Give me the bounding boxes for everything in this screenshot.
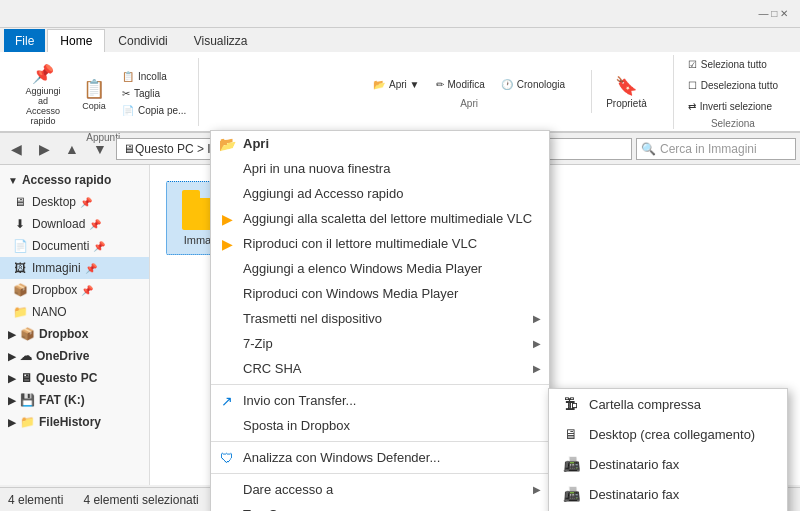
sidebar-section-onedrive[interactable]: ▶ ☁ OneDrive <box>0 345 149 367</box>
pin-icon: 📌 <box>31 62 55 86</box>
paste-cut-group: 📋Incolla ✂Taglia 📄Copia pe... <box>118 69 190 118</box>
context-menu: 📂 Apri Apri in una nuova finestra Aggiun… <box>210 130 550 511</box>
btn-copia-percorso[interactable]: 📄Copia pe... <box>118 103 190 118</box>
btn-copia[interactable]: 📋 Copia <box>74 73 114 115</box>
tab-condividi[interactable]: Condividi <box>105 29 180 52</box>
sidebar-section-questo-pc[interactable]: ▶ 🖥 Questo PC <box>0 367 149 389</box>
open-ctx-icon: 📂 <box>217 134 237 154</box>
tab-visualizza[interactable]: Visualizza <box>181 29 261 52</box>
sidebar-label: Immagini <box>32 261 81 275</box>
ribbon-apri-row: 📂Apri ▼ ✏Modifica 🕐Cronologia <box>367 75 571 94</box>
sidebar-section-fat[interactable]: ▶ 💾 FAT (K:) <box>0 389 149 411</box>
btn-apri-ribbon[interactable]: 📂Apri ▼ <box>367 75 425 94</box>
up-button[interactable]: ▲ <box>60 137 84 161</box>
recent-button[interactable]: ▼ <box>88 137 112 161</box>
ctx-vlc-riproduci[interactable]: ▶ Riproduci con il lettore multimediale … <box>211 231 549 256</box>
ctx-7zip[interactable]: 7-Zip <box>211 331 549 356</box>
btn-modifica[interactable]: ✏Modifica <box>430 75 491 94</box>
sidebar-item-immagini[interactable]: 🖼 Immagini 📌 <box>0 257 149 279</box>
shield-icon: 🛡 <box>217 448 237 468</box>
btn-cronologia[interactable]: 🕐Cronologia <box>495 75 571 94</box>
pin-icon: 📌 <box>80 197 92 208</box>
edit-icon: ✏ <box>436 79 444 90</box>
back-button[interactable]: ◀ <box>4 137 28 161</box>
sidebar-item-nano[interactable]: 📁 NANO <box>0 301 149 323</box>
vlc-icon: ▶ <box>217 209 237 229</box>
sidebar-item-documenti[interactable]: 📄 Documenti 📌 <box>0 235 149 257</box>
history-icon2: 📁 <box>20 415 35 429</box>
desktop-sub-icon: 🖥 <box>561 424 581 444</box>
ribbon-group-organizza: 📂Apri ▼ ✏Modifica 🕐Cronologia Apri <box>359 75 579 109</box>
section-label: OneDrive <box>36 349 89 363</box>
btn-incolla[interactable]: 📋Incolla <box>118 69 190 84</box>
pin-icon: 📌 <box>85 263 97 274</box>
ctx-apri[interactable]: 📂 Apri <box>211 131 549 156</box>
fax-icon-1: 📠 <box>561 454 581 474</box>
group-label-apri: Apri <box>367 98 571 109</box>
sidebar-item-dropbox-quick[interactable]: 📦 Dropbox 📌 <box>0 279 149 301</box>
ctx-vlc-scaletta[interactable]: ▶ Aggiungi alla scaletta del lettore mul… <box>211 206 549 231</box>
forward-button[interactable]: ▶ <box>32 137 56 161</box>
section-label: Dropbox <box>39 327 88 341</box>
ctx-crc-sha[interactable]: CRC SHA <box>211 356 549 381</box>
ctx-teracopy[interactable]: TeraCopy... <box>211 502 549 511</box>
transfer-icon: ↗ <box>217 391 237 411</box>
btn-inverti-selezione[interactable]: ⇄Inverti selezione <box>682 97 784 116</box>
dropbox-icon: 📦 <box>12 282 28 298</box>
group-label-seleziona: Seleziona <box>682 118 784 129</box>
folder-icon: 📁 <box>12 304 28 320</box>
history-icon: 🕐 <box>501 79 513 90</box>
ctx-transfer[interactable]: ↗ Invio con Transfer... <box>211 388 549 413</box>
sidebar-section-accesso-rapido[interactable]: ▼ Accesso rapido <box>0 169 149 191</box>
ctx-trasmetti[interactable]: Trasmetti nel dispositivo <box>211 306 549 331</box>
cut-icon: ✂ <box>122 88 130 99</box>
sidebar-item-download[interactable]: ⬇ Download 📌 <box>0 213 149 235</box>
download-icon: ⬇ <box>12 216 28 232</box>
ctx-sep-3 <box>211 473 549 474</box>
copy-icon: 📋 <box>82 77 106 101</box>
pin-icon: 📌 <box>93 241 105 252</box>
select-all-icon: ☑ <box>688 59 697 70</box>
ctx-accesso-rapido[interactable]: Aggiungi ad Accesso rapido <box>211 181 549 206</box>
ribbon-group-proprieta: 🔖 Proprietà <box>591 70 661 113</box>
path-icon: 🖥 <box>123 142 135 156</box>
sidebar-item-desktop[interactable]: 🖥 Desktop 📌 <box>0 191 149 213</box>
sub-label: Destinatario fax <box>589 487 679 502</box>
sub-cartella-compressa[interactable]: 🗜 Cartella compressa <box>549 389 787 419</box>
section-label: Accesso rapido <box>22 173 111 187</box>
sub-label: Desktop (crea collegamento) <box>589 427 755 442</box>
status-count: 4 elementi <box>8 493 63 507</box>
deselect-icon: ☐ <box>688 80 697 91</box>
tab-file[interactable]: File <box>4 29 45 52</box>
search-box[interactable]: 🔍 Cerca in Immagini <box>636 138 796 160</box>
btn-proprieta[interactable]: 🔖 Proprietà <box>600 70 653 113</box>
images-icon: 🖼 <box>12 260 28 276</box>
tab-home[interactable]: Home <box>47 29 105 52</box>
sub-desktop[interactable]: 🖥 Desktop (crea collegamento) <box>549 419 787 449</box>
sub-fax-2[interactable]: 📠 Destinatario fax <box>549 479 787 509</box>
sidebar-label: Download <box>32 217 85 231</box>
ribbon-content: 📌 Aggiungi ad Accesso rapido 📋 Copia 📋In… <box>0 52 800 132</box>
sidebar-section-dropbox[interactable]: ▶ 📦 Dropbox <box>0 323 149 345</box>
chevron-icon: ▶ <box>8 417 16 428</box>
sidebar-section-filehistory[interactable]: ▶ 📁 FileHistory <box>0 411 149 433</box>
btn-aggiungi-accesso[interactable]: 📌 Aggiungi ad Accesso rapido <box>16 58 70 130</box>
btn-seleziona-tutto[interactable]: ☑Seleziona tutto <box>682 55 784 74</box>
sub-fax-1[interactable]: 📠 Destinatario fax <box>549 449 787 479</box>
ctx-accesso-a[interactable]: Dare accesso a <box>211 477 549 502</box>
dropbox-icon2: 📦 <box>20 327 35 341</box>
ctx-wmp-elenco[interactable]: Aggiungi a elenco Windows Media Player <box>211 256 549 281</box>
pin-icon: 📌 <box>89 219 101 230</box>
ctx-apri-nuova[interactable]: Apri in una nuova finestra <box>211 156 549 181</box>
ctx-defender[interactable]: 🛡 Analizza con Windows Defender... <box>211 445 549 470</box>
ribbon-group-seleziona: ☑Seleziona tutto ☐Deseleziona tutto ⇄Inv… <box>673 55 792 129</box>
pin-icon: 📌 <box>81 285 93 296</box>
btn-taglia[interactable]: ✂Taglia <box>118 86 190 101</box>
desktop-icon: 🖥 <box>12 194 28 210</box>
paste-icon: 📋 <box>122 71 134 82</box>
ctx-wmp-riproduci[interactable]: Riproduci con Windows Media Player <box>211 281 549 306</box>
invert-icon: ⇄ <box>688 101 696 112</box>
ribbon: File Home Condividi Visualizza 📌 Aggiung… <box>0 28 800 133</box>
ctx-dropbox[interactable]: Sposta in Dropbox <box>211 413 549 438</box>
btn-deseleziona[interactable]: ☐Deseleziona tutto <box>682 76 784 95</box>
